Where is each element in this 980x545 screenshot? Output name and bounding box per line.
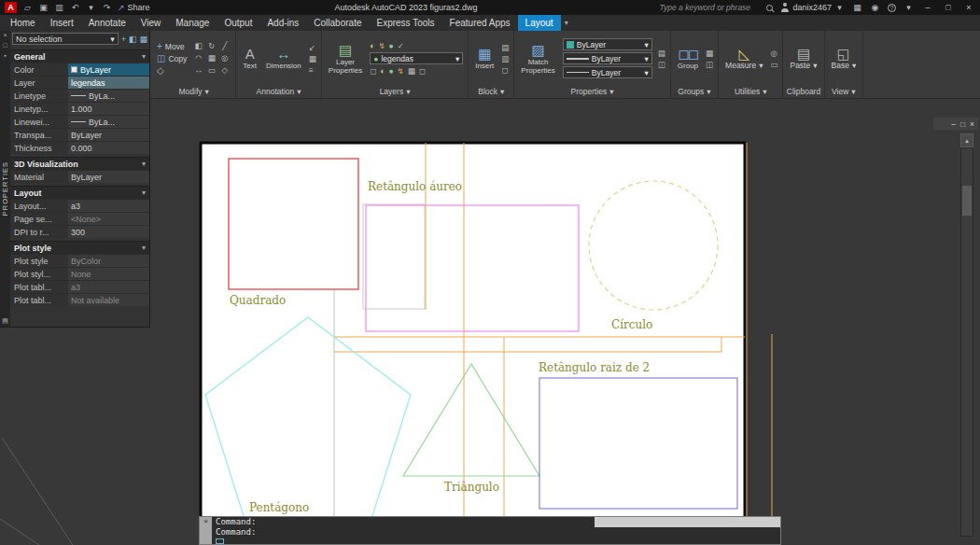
section-layout[interactable]: Layout ▾ xyxy=(10,186,149,199)
tab-view[interactable]: View xyxy=(133,15,169,31)
copy-button[interactable]: ◫ Copy xyxy=(157,53,187,63)
fillet-icon[interactable]: ◠ xyxy=(192,53,204,64)
dpi-value[interactable]: 300 xyxy=(68,226,149,238)
measure-button[interactable]: ◺ Measure ▾ xyxy=(723,46,764,71)
groups-panel-label[interactable]: Groups ▾ xyxy=(671,86,718,98)
palette-pin-icon[interactable]: ▪ xyxy=(4,52,6,60)
background-line[interactable] xyxy=(2,438,73,545)
layer-properties-button[interactable]: ▤ Layer Properties xyxy=(327,42,364,75)
undo-chevron-icon[interactable]: ▾ xyxy=(86,1,96,14)
share-button[interactable]: ↗ Share xyxy=(118,3,150,12)
lineweight-select[interactable]: ByLayer ▾ xyxy=(563,52,652,64)
section-3d-visualization[interactable]: 3D Visualization ▾ xyxy=(10,157,149,170)
drawing-restore-button[interactable]: □ xyxy=(960,119,965,129)
palette-autohide-icon[interactable]: □ xyxy=(3,42,7,49)
close-button[interactable]: × xyxy=(962,3,975,12)
paste-button[interactable]: ▤ Paste ▾ xyxy=(788,46,819,71)
section-plot-style[interactable]: Plot style ▾ xyxy=(10,241,149,254)
erase-button[interactable]: ◇ xyxy=(157,65,187,76)
selection-combobox[interactable]: No selection ▾ xyxy=(12,33,119,45)
tab-express-tools[interactable]: Express Tools xyxy=(369,15,441,31)
stretch-icon[interactable]: ↔ xyxy=(192,65,204,77)
quick-select-icon[interactable]: ◎ xyxy=(770,49,777,58)
page-setup-value[interactable]: <None> xyxy=(68,213,149,225)
palette-titlebar[interactable]: × □ ▪ PROPERTIES ▤ xyxy=(0,31,10,327)
label-pentagono[interactable]: Pentágono xyxy=(249,501,309,514)
help-chevron-icon[interactable]: ▾ xyxy=(903,1,914,14)
maximize-button[interactable]: □ xyxy=(942,3,955,12)
linetype-value[interactable]: ByLa... xyxy=(68,90,149,102)
mirror-icon[interactable]: ◧ xyxy=(192,41,204,52)
command-window-handle[interactable] xyxy=(595,517,780,527)
layer-lock-icon[interactable]: ◐ xyxy=(380,66,385,76)
plot-table-attached-value[interactable]: a3 xyxy=(68,281,149,293)
group-button[interactable]: ◻◻ Group xyxy=(676,46,700,70)
print-icon[interactable]: ▥ xyxy=(54,1,64,14)
quick-select-icon[interactable]: ▦ xyxy=(139,35,147,44)
block-panel-label[interactable]: Block ▾ xyxy=(469,86,513,98)
cart-icon[interactable]: ▦ xyxy=(852,1,862,14)
modify-panel-label[interactable]: Modify ▾ xyxy=(152,86,235,98)
dimension-button[interactable]: ↔ Dimension xyxy=(264,46,303,70)
layer-check-icon[interactable]: ✓ xyxy=(398,41,404,50)
save-icon[interactable]: ▣ xyxy=(38,1,49,14)
quick-calc-icon[interactable]: ▭ xyxy=(770,60,777,69)
object-color-select[interactable]: ByLayer ▾ xyxy=(563,38,652,50)
base-button[interactable]: ◱ Base ▾ xyxy=(830,46,859,71)
layer-select[interactable]: ● legendas ▾ xyxy=(370,52,463,64)
trim-icon[interactable]: ╱ xyxy=(218,41,231,52)
drawing-close-button[interactable]: × xyxy=(970,119,974,129)
label-triangulo[interactable]: Triângulo xyxy=(444,481,499,494)
layer-walk-icon[interactable]: ▦ xyxy=(408,66,415,76)
view-panel-label[interactable]: View ▾ xyxy=(825,86,863,98)
match-properties-button[interactable]: ▨ Match Properties xyxy=(519,42,556,75)
search-box[interactable] xyxy=(659,3,773,12)
command-window-titlebar[interactable]: × xyxy=(200,517,212,544)
scroll-up-button[interactable]: ▴ xyxy=(960,133,973,147)
search-icon[interactable] xyxy=(766,5,773,11)
help-icon[interactable]: ? xyxy=(888,4,896,12)
layer-on-icon[interactable]: ● xyxy=(389,41,394,50)
undo-icon[interactable]: ↶ xyxy=(70,1,80,14)
linetype-scale-value[interactable]: 1.000 xyxy=(68,103,149,115)
command-input-line[interactable] xyxy=(212,538,780,544)
plot-style-value[interactable]: ByColor xyxy=(68,255,149,267)
scale-icon[interactable]: ▭ xyxy=(205,65,217,77)
label-quadrado[interactable]: Quadrado xyxy=(230,294,286,307)
notification-icon[interactable]: ◉ xyxy=(870,1,880,14)
rotate-icon[interactable]: ↻ xyxy=(205,41,217,52)
palette-close-icon[interactable]: × xyxy=(3,32,7,39)
tab-manage[interactable]: Manage xyxy=(168,15,217,31)
explode-icon[interactable]: ◇ xyxy=(218,65,231,77)
command-window[interactable]: × Command: Command: xyxy=(199,516,781,545)
tab-insert[interactable]: Insert xyxy=(43,15,81,31)
section-general[interactable]: General ▾ xyxy=(10,49,149,63)
label-retangulo-aureo[interactable]: Retângulo áureo xyxy=(368,180,462,193)
ungroup-icon[interactable]: ▦ xyxy=(706,49,713,58)
properties-panel-label[interactable]: Properties ▾ xyxy=(514,86,670,98)
offset-icon[interactable]: ◎ xyxy=(218,53,231,64)
material-value[interactable]: ByLayer xyxy=(68,171,149,183)
ribbon-options-chevron-icon[interactable]: ▾ xyxy=(561,15,572,31)
leader-icon[interactable]: ↙ xyxy=(309,43,315,52)
lineweight-value[interactable]: ByLa... xyxy=(68,116,149,128)
transparency-value[interactable]: ByLayer xyxy=(68,129,149,141)
thickness-value[interactable]: 0.000 xyxy=(68,142,149,154)
text-style-icon[interactable]: ≡ xyxy=(309,65,314,75)
layer-off-icon[interactable]: ◻ xyxy=(419,66,426,76)
minimize-button[interactable]: – xyxy=(921,3,934,12)
table-icon[interactable]: ▦ xyxy=(309,54,316,63)
layer-isolate-icon[interactable]: ● xyxy=(388,66,393,76)
background-line[interactable] xyxy=(0,519,39,545)
properties-list-icon[interactable]: ▤ xyxy=(658,49,665,58)
tab-output[interactable]: Output xyxy=(217,15,259,31)
text-button[interactable]: A Text xyxy=(241,46,259,70)
plot-style-table-value[interactable]: None xyxy=(68,268,149,280)
insert-button[interactable]: ▦ Insert xyxy=(473,46,496,70)
open-icon[interactable]: ▱ xyxy=(22,1,33,14)
create-block-icon[interactable]: ▤ xyxy=(501,43,509,52)
move-button[interactable]: + Move xyxy=(157,41,187,51)
tab-annotate[interactable]: Annotate xyxy=(81,15,133,31)
layer-value[interactable]: legendas xyxy=(68,77,149,89)
command-close-icon[interactable]: × xyxy=(203,517,208,526)
